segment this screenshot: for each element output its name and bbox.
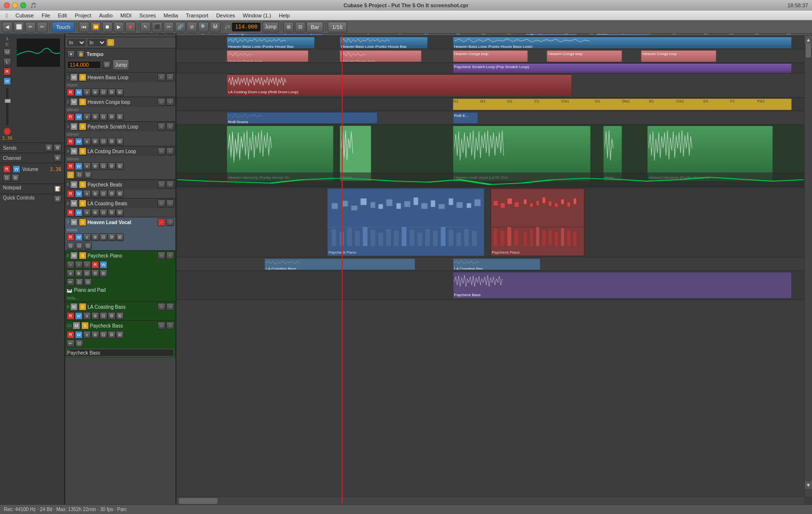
h-scrollbar[interactable] (176, 497, 804, 504)
tr5-btn-3[interactable]: ⊟ (100, 190, 107, 198)
bass-loop-clip2[interactable]: Heaven Bass Loop (Funky House Bas (340, 37, 428, 48)
tr10-btn-r[interactable]: R (67, 331, 74, 339)
tr7-s[interactable]: S (79, 218, 87, 226)
tr4-s[interactable]: S (79, 147, 87, 155)
tr1-m[interactable]: M (70, 73, 78, 81)
grid-btn[interactable]: ⊞ (283, 22, 294, 32)
piano-clip-red[interactable]: Paycheck Piano (491, 188, 585, 256)
tr6-btn-w[interactable]: W (75, 209, 83, 216)
tr7-btn-3[interactable]: ⊟ (100, 233, 107, 241)
tr5-s[interactable]: S (79, 181, 87, 188)
menu-scores[interactable]: Scores (135, 11, 160, 20)
tr2-btn-w[interactable]: W (75, 113, 83, 121)
tool-split[interactable]: ✂ (163, 22, 174, 32)
tr4-btn-5[interactable]: ⊞ (116, 162, 124, 170)
tr10-btn-w[interactable]: W (75, 331, 83, 339)
tr4-btn-r[interactable]: R (67, 162, 74, 170)
tr10-btn-5[interactable]: ⊞ (116, 331, 124, 339)
tr9-btn-3[interactable]: ⊟ (100, 312, 107, 320)
ch-m-btn[interactable]: M (3, 48, 11, 56)
tr8-s[interactable]: S (79, 252, 87, 259)
tr8-btn-w[interactable]: W (100, 261, 107, 269)
tr9-r[interactable]: ○ (158, 303, 165, 311)
tr10-m[interactable]: M (72, 322, 80, 329)
bass-loop-clip3[interactable]: Heaven Bass Loop (Funky House Bass Loop) (453, 37, 792, 48)
tempo-lock-btn[interactable]: 🔒 (77, 50, 85, 58)
menu-media[interactable]: Media (160, 11, 182, 20)
tr9-btn-4[interactable]: ⚙ (108, 312, 116, 320)
tr6-btn-4[interactable]: ⚙ (108, 209, 116, 216)
notepad-btn[interactable]: 📝 (54, 185, 61, 193)
tr1-mute[interactable]: ○ (166, 73, 174, 81)
fader-knob[interactable] (5, 99, 11, 103)
tr8-btn-2[interactable]: ○ (75, 261, 83, 269)
tr5-btn-e[interactable]: e (83, 190, 91, 198)
tr4-extra-btn3[interactable]: ⊟ (84, 171, 92, 179)
tr2-r[interactable]: ○ (158, 98, 165, 106)
bass-loop-clip1[interactable]: Heaven Bass Loop (Funky House Bas (227, 37, 315, 48)
vol-w-btn[interactable]: W (13, 165, 20, 173)
conga-clip2[interactable]: Heaven Conga loop (340, 50, 421, 62)
play-btn[interactable]: ▶ (114, 22, 124, 32)
tr2-btn-3[interactable]: ⊟ (100, 113, 107, 121)
tr2-btn-4[interactable]: ⚙ (108, 113, 116, 121)
tr2-btn-e[interactable]: e (83, 113, 91, 121)
tr1-btn-4[interactable]: ⚙ (108, 88, 116, 96)
h-scroll-thumb[interactable] (179, 498, 218, 504)
toolbar-icon1[interactable]: ◀ (2, 22, 13, 32)
tr7-extra-btn2[interactable]: ⊟ (75, 242, 83, 250)
tr7-btn-w[interactable]: W (75, 233, 83, 241)
tr1-r[interactable]: ○ (158, 73, 165, 81)
jump-btn-inspector[interactable]: Jump (113, 59, 129, 70)
tool-erase[interactable]: ⊘ (187, 22, 197, 32)
tr2-btn-2[interactable]: ⊕ (91, 113, 99, 121)
menu-audio[interactable]: Audio (95, 11, 116, 20)
tempo-enable-btn[interactable]: ● (67, 50, 75, 58)
vol-ctrl2[interactable]: ⊞ (12, 174, 19, 182)
tr7-btn-e[interactable]: e (83, 233, 91, 241)
tr7-extra-btn1[interactable]: ⊟ (67, 242, 74, 250)
tr6-s[interactable]: S (79, 200, 87, 207)
tr6-btn-e[interactable]: e (83, 209, 91, 216)
toolbar-icon4[interactable]: ✂ (37, 22, 47, 32)
tr3-m[interactable]: M (70, 123, 78, 130)
fastback-btn[interactable]: ⏪ (90, 22, 101, 32)
tr7-btn-4[interactable]: ⚙ (108, 233, 116, 241)
tr3-btn-4[interactable]: ⚙ (108, 138, 116, 145)
tr2-mute[interactable]: ○ (166, 98, 174, 106)
tr3-btn-2[interactable]: ⊕ (91, 138, 99, 145)
menu-apple[interactable]:  (2, 11, 12, 20)
tempo-value-input[interactable] (67, 61, 101, 69)
tr10-name-input[interactable] (67, 349, 174, 357)
tr2-m[interactable]: M (70, 98, 78, 106)
conga-clip1[interactable]: Heaven Conga loop (227, 50, 308, 62)
tr9-btn-w[interactable]: W (75, 312, 83, 320)
tr5-btn-4[interactable]: ⚙ (108, 190, 116, 198)
tr10-btn-4[interactable]: ⚙ (108, 331, 116, 339)
tr5-r[interactable]: ○ (158, 181, 165, 188)
tr8-extra-btn3[interactable]: ⊟ (84, 278, 92, 286)
tr5-btn-r[interactable]: R (67, 190, 74, 198)
la-bass-clip1[interactable]: LA Coasting Bass (264, 258, 415, 270)
piano-clip-blue[interactable]: Paycheck Piano (327, 188, 484, 256)
tr1-btn-r[interactable]: R (67, 88, 74, 96)
tr8-btn-1[interactable]: ○ (67, 261, 74, 269)
menu-midi[interactable]: MIDI (116, 11, 135, 20)
tr1-btn-e[interactable]: e (83, 88, 91, 96)
stop-btn[interactable]: ⏹ (102, 22, 113, 32)
tr9-btn-e[interactable]: e (83, 312, 91, 320)
tr4-m[interactable]: M (70, 147, 78, 155)
maximize-btn[interactable] (20, 2, 26, 8)
tr6-btn-2[interactable]: ⊕ (91, 209, 99, 216)
record-btn[interactable]: ⏺ (125, 22, 136, 32)
drum-clip1[interactable]: LA Costing Drum Loop (RnB Drum Loop) (227, 74, 572, 96)
tr3-btn-5[interactable]: ⊞ (116, 138, 124, 145)
tr8-extra-btn2[interactable]: ⊟ (75, 278, 83, 286)
tr1-btn-w[interactable]: W (75, 88, 83, 96)
toolbar-icon2[interactable]: ⬜ (14, 22, 24, 32)
tr9-btn-2[interactable]: ⊕ (91, 312, 99, 320)
conga-clip5[interactable]: Heaven Conga loop (641, 50, 716, 62)
tr1-btn-2[interactable]: ⊕ (91, 88, 99, 96)
tool-glue[interactable]: 🔗 (175, 22, 186, 32)
tr3-btn-r[interactable]: R (67, 138, 74, 145)
